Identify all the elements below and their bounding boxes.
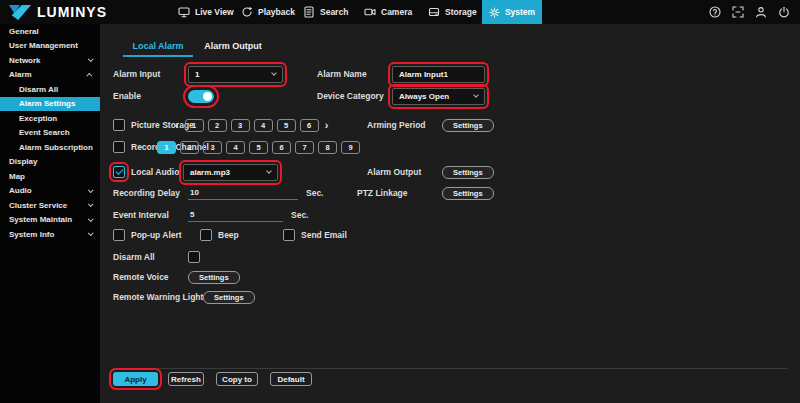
ptz-linkage-settings-button[interactable]: Settings	[442, 187, 494, 200]
channel-button[interactable]: 4	[226, 141, 245, 154]
local-audio-checkbox[interactable]	[113, 166, 125, 178]
channel-button-selected[interactable]: 1	[157, 141, 176, 154]
nav-playback[interactable]: Playback	[241, 0, 295, 24]
nav-label: Playback	[258, 7, 295, 17]
event-interval-input[interactable]: 5	[188, 208, 283, 222]
channel-button[interactable]: 1	[185, 119, 204, 132]
channel-button[interactable]: 7	[295, 141, 314, 154]
sidebar-item-system-maintain[interactable]: System Maintain	[0, 213, 100, 228]
chevron-down-icon	[88, 57, 94, 63]
prev-page-icon[interactable]: ‹	[175, 120, 179, 131]
enable-toggle[interactable]	[188, 90, 214, 103]
alarm-input-select[interactable]: 1	[188, 66, 283, 83]
sidebar-item-alarm[interactable]: Alarm	[0, 68, 100, 83]
sidebar-item-map[interactable]: Map	[0, 169, 100, 184]
tab-alarm-output[interactable]: Alarm Output	[203, 36, 263, 55]
local-audio-select[interactable]: alarm.mp3	[183, 164, 278, 181]
nav-search[interactable]: Search	[303, 0, 348, 24]
sidebar: General User Management Network Alarm Di…	[0, 24, 100, 403]
channel-button[interactable]: 2	[180, 141, 199, 154]
tab-label: Local Alarm	[132, 41, 183, 51]
sidebar-item-system-info[interactable]: System Info	[0, 227, 100, 242]
alarm-name-input[interactable]: Alarm Input1	[392, 66, 485, 83]
recording-channel-row: Recording Channel 1 2 3 4 5 6 7 8 9	[113, 138, 364, 156]
recording-channel-checkbox[interactable]	[113, 141, 125, 153]
picture-storage-checkbox[interactable]	[113, 119, 125, 131]
sidebar-item-disarm-all[interactable]: Disarm All	[0, 82, 100, 97]
monitor-icon	[178, 6, 190, 18]
sidebar-item-label: Alarm Subscription	[19, 143, 93, 152]
topbar-utility-icons	[709, 0, 790, 24]
channel-button[interactable]: 9	[341, 141, 360, 154]
apply-button[interactable]: Apply	[113, 372, 158, 386]
main-content: Local Alarm Alarm Output Alarm Input 1 A…	[100, 24, 800, 403]
enable-row: Enable	[113, 87, 214, 105]
sidebar-item-display[interactable]: Display	[0, 155, 100, 170]
channel-button[interactable]: 4	[254, 119, 273, 132]
recording-delay-row: Recording Delay 10 Sec.	[113, 184, 324, 202]
remote-voice-settings-button[interactable]: Settings	[188, 271, 240, 284]
sidebar-item-label: System Info	[9, 230, 54, 239]
brand-name: LUMINYS	[37, 4, 107, 20]
sidebar-item-alarm-subscription[interactable]: Alarm Subscription	[0, 140, 100, 155]
send-email-checkbox[interactable]	[283, 229, 295, 241]
channel-button[interactable]: 3	[203, 141, 222, 154]
remote-voice-row: Remote Voice Settings	[113, 268, 240, 286]
channel-button[interactable]: 5	[249, 141, 268, 154]
default-button[interactable]: Default	[270, 372, 312, 386]
tab-local-alarm[interactable]: Local Alarm	[123, 36, 193, 55]
channel-button[interactable]: 8	[318, 141, 337, 154]
beep-checkbox[interactable]	[200, 229, 212, 241]
device-category-select[interactable]: Always Open	[392, 88, 485, 105]
sidebar-item-label: Alarm Settings	[19, 99, 75, 108]
sidebar-item-alarm-settings[interactable]: Alarm Settings	[0, 97, 100, 112]
app-window: LUMINYS Live View Playback Search	[0, 0, 800, 403]
sidebar-item-label: Disarm All	[19, 85, 58, 94]
sidebar-item-general[interactable]: General	[0, 24, 100, 39]
sidebar-item-user-management[interactable]: User Management	[0, 39, 100, 54]
nav-live-view[interactable]: Live View	[178, 0, 234, 24]
popup-alert-checkbox[interactable]	[113, 229, 125, 241]
sidebar-item-cluster-service[interactable]: Cluster Service	[0, 198, 100, 213]
footer-divider	[113, 368, 788, 369]
sidebar-item-audio[interactable]: Audio	[0, 184, 100, 199]
copy-to-button[interactable]: Copy to	[216, 372, 258, 386]
sidebar-item-exception[interactable]: Exception	[0, 111, 100, 126]
recording-channel-label: Recording Channel	[131, 142, 153, 152]
local-audio-row: Local Audio alarm.mp3	[113, 163, 278, 181]
refresh-button[interactable]: Refresh	[168, 372, 204, 386]
channel-button[interactable]: 6	[300, 119, 319, 132]
sidebar-item-label: Map	[9, 172, 25, 181]
alarm-name-label: Alarm Name	[317, 69, 392, 79]
device-category-row: Device Category Always Open	[317, 87, 485, 105]
help-icon[interactable]	[709, 6, 721, 18]
sidebar-item-event-search[interactable]: Event Search	[0, 126, 100, 141]
chevron-up-icon	[86, 73, 92, 79]
alert-options-row: Pop-up Alert	[113, 226, 182, 244]
channel-button[interactable]: 5	[277, 119, 296, 132]
nav-label: System	[505, 7, 535, 17]
sidebar-item-label: Cluster Service	[9, 201, 67, 210]
nav-storage[interactable]: Storage	[428, 0, 477, 24]
user-icon[interactable]	[755, 6, 767, 18]
remote-warning-light-settings-button[interactable]: Settings	[203, 291, 255, 304]
power-icon[interactable]	[778, 6, 790, 18]
sidebar-item-label: Display	[9, 157, 37, 166]
nav-system[interactable]: System	[482, 0, 542, 24]
top-bar: LUMINYS Live View Playback Search	[0, 0, 800, 24]
disarm-all-checkbox[interactable]	[188, 251, 200, 263]
content-tabs: Local Alarm Alarm Output	[123, 36, 263, 55]
alarm-output-settings-button[interactable]: Settings	[442, 166, 494, 179]
channel-button[interactable]: 2	[208, 119, 227, 132]
next-page-icon[interactable]: ›	[325, 120, 329, 131]
fullscreen-icon[interactable]	[732, 6, 744, 18]
sidebar-item-network[interactable]: Network	[0, 53, 100, 68]
arming-period-settings-button[interactable]: Settings	[442, 119, 494, 132]
sidebar-item-label: System Maintain	[9, 215, 72, 224]
alarm-output-row: Alarm Output Settings	[367, 163, 494, 181]
channel-button[interactable]: 6	[272, 141, 291, 154]
channel-button[interactable]: 3	[231, 119, 250, 132]
send-email-option: Send Email	[283, 226, 347, 244]
nav-camera[interactable]: Camera	[364, 0, 412, 24]
recording-delay-input[interactable]: 10	[188, 186, 298, 200]
